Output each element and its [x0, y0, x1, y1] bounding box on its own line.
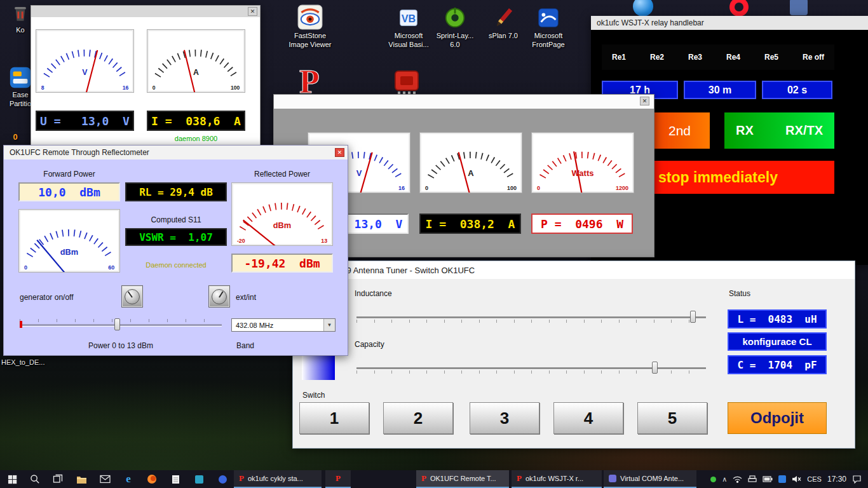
chevron-down-icon[interactable]: ▼ [323, 319, 335, 331]
switch-button-3[interactable]: 3 [470, 402, 539, 434]
close-icon[interactable]: ✕ [640, 97, 649, 105]
taskbar-task-wsjt[interactable]: P ok1ufc WSJT-X r... [512, 470, 602, 488]
generator-knob[interactable] [121, 285, 143, 308]
computed-s11-label: Computed S11 [125, 215, 227, 224]
relay-button-re3[interactable]: Re3 [688, 53, 702, 62]
desktop-icon-sprint-layout[interactable]: Sprint-Lay... 6.0 [432, 6, 478, 50]
capacity-label: Capacity [355, 340, 384, 349]
opera-icon[interactable] [729, 0, 749, 17]
volume-muted-icon[interactable] [792, 475, 801, 483]
taskbar-task-virtual-com9[interactable]: Virtual COM9 Ante... [604, 470, 696, 488]
configure-cl-button[interactable]: konfigurace CL [728, 332, 827, 351]
desktop-icon-frontpage[interactable]: Microsoft FrontPage [526, 6, 571, 50]
rx-rxtx-button[interactable]: RX RX/TX [724, 112, 834, 149]
svg-text:16: 16 [398, 185, 405, 191]
forward-power-display: 10,0 dBm [18, 182, 120, 201]
hidden-desktop-icon-blue[interactable] [633, 0, 653, 17]
taskbar-task-p-icononly[interactable]: P [325, 470, 351, 488]
task-view-button[interactable] [48, 470, 67, 488]
switch-button-1[interactable]: 1 [299, 402, 369, 434]
capacity-slider-thumb[interactable] [652, 362, 658, 374]
desktop-icon-splan[interactable]: sPlan 7.0 [481, 6, 526, 41]
daemon-line: daemon 8900 [147, 134, 245, 143]
minutes-display: 30 m [684, 81, 756, 99]
switch-button-2[interactable]: 2 [383, 402, 453, 434]
tuner-window: Virtual COM9 Antenna Tuner - Switch OK1U… [292, 261, 855, 449]
battery-icon[interactable] [763, 476, 773, 482]
com-app-icon [609, 475, 616, 482]
generator-onoff-label: generator on/off [20, 293, 74, 302]
band-select[interactable]: 432.08 MHz ▼ [231, 318, 336, 332]
inductance-slider[interactable] [356, 311, 706, 323]
window-title: ok1ufc WSJT-X relay handlebar [597, 18, 704, 27]
task-label: ok1ufc WSJT-X r... [526, 475, 583, 482]
file-explorer-icon[interactable] [72, 470, 91, 488]
sprint-layout-icon [432, 6, 478, 30]
left-meter-titlebar[interactable] [31, 6, 260, 17]
hidden-desktop-icon-gray[interactable] [790, 0, 808, 15]
mail-icon[interactable] [95, 470, 114, 488]
reflected-power-label: Reflected Power [231, 170, 333, 179]
relay-button-re4[interactable]: Re4 [726, 53, 740, 62]
icon-label: HEX_to_DE... [1, 358, 52, 367]
taskbar-task-reflectometer[interactable]: P OK1UFC Remote T... [416, 470, 509, 488]
edge-icon[interactable]: e [119, 470, 138, 488]
desktop-icon-faststone[interactable]: FastStone Image Viewer [286, 4, 334, 50]
bluetooth-app-icon[interactable] [778, 475, 786, 483]
network-icon[interactable] [733, 475, 742, 483]
svg-text:-20: -20 [237, 238, 245, 244]
document-app-icon[interactable] [166, 470, 185, 488]
ext-int-label: ext/int [236, 293, 256, 302]
slider-ticks [356, 320, 706, 323]
ext-int-knob[interactable] [208, 285, 230, 308]
icon-label: Microsoft [526, 32, 571, 41]
close-icon[interactable]: ✕ [248, 7, 257, 16]
svg-text:0: 0 [537, 185, 540, 191]
search-icon[interactable] [25, 470, 44, 488]
forward-power-meter: dBm 0 60 [18, 209, 120, 273]
reflectometer-titlebar[interactable]: OK1UFC Remote Through Reflectometer [4, 146, 348, 159]
relay-button-re1[interactable]: Re1 [612, 53, 626, 62]
reflected-power-meter: dBm -20 13 [231, 182, 333, 246]
relay-button-re5[interactable]: Re5 [764, 53, 778, 62]
language-indicator[interactable]: CES [807, 475, 822, 483]
relay-button-reoff[interactable]: Re off [803, 53, 824, 62]
start-button[interactable] [3, 470, 22, 488]
taskbar-task-cykly[interactable]: P ok1ufc cykly sta... [234, 470, 322, 488]
firefox-icon[interactable] [142, 470, 161, 488]
current-display: I = 038,6 A [147, 111, 245, 131]
capacity-value-display: C = 1704 pF [728, 355, 827, 374]
capacity-slider[interactable] [356, 362, 706, 374]
tuner-titlebar[interactable]: Virtual COM9 Antenna Tuner - Switch OK1U… [293, 261, 855, 279]
slider-track[interactable] [356, 316, 706, 318]
icon-label: Microsoft [386, 32, 431, 41]
svg-text:13: 13 [321, 238, 327, 244]
slider-track[interactable] [20, 324, 222, 326]
switch-button-5[interactable]: 5 [637, 402, 707, 434]
window-title: OK1UFC Remote Through Reflectometer [10, 148, 149, 157]
desktop-icon-visual-basic[interactable]: VB Microsoft Visual Basi... [386, 6, 431, 50]
icon-label: Visual Basi... [386, 41, 431, 50]
clock[interactable]: 17:30 [827, 475, 846, 484]
icon-label: 6.0 [432, 41, 478, 50]
inductance-slider-thumb[interactable] [690, 311, 696, 323]
return-loss-display: RL = 29,4 dB [125, 182, 227, 201]
relay-button-re2[interactable]: Re2 [650, 53, 664, 62]
disconnect-button[interactable]: Odpojit [728, 402, 827, 434]
blue-app-icon[interactable] [213, 470, 232, 488]
power-slider-thumb[interactable] [114, 318, 120, 330]
svg-text:dBm: dBm [60, 247, 78, 257]
wsjt-titlebar[interactable]: ok1ufc WSJT-X relay handlebar [591, 16, 868, 30]
desktop-icon-hex-file[interactable]: HEX_to_DE... [1, 357, 52, 367]
tray-expand-icon[interactable]: ∧ [722, 475, 727, 484]
mid-meter-titlebar[interactable] [274, 95, 654, 109]
power-slider[interactable] [20, 318, 222, 331]
switch-button-4[interactable]: 4 [553, 402, 623, 434]
teal-app-icon[interactable] [189, 470, 208, 488]
svg-text:V: V [82, 67, 88, 76]
svg-text:16: 16 [123, 85, 129, 91]
printer-icon[interactable] [748, 475, 757, 483]
status-green-icon[interactable] [710, 477, 716, 482]
close-icon[interactable]: ✕ [335, 148, 344, 157]
action-center-icon[interactable] [852, 475, 862, 484]
